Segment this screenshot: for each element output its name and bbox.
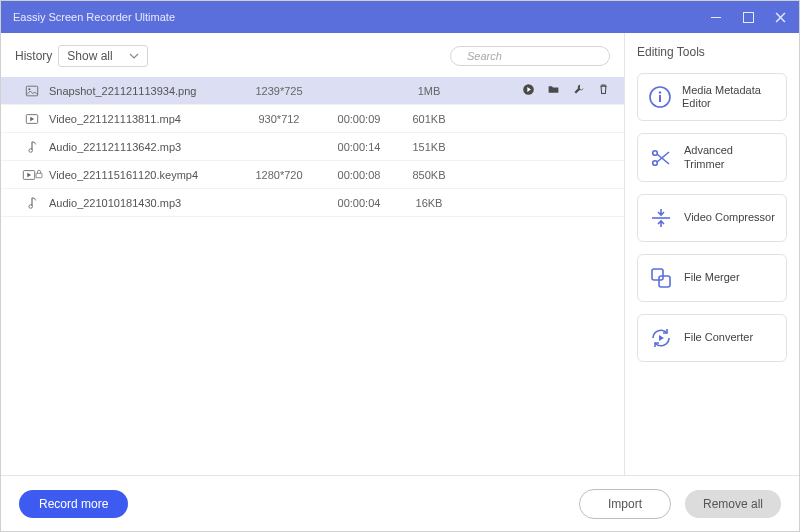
file-row[interactable]: Snapshot_221121113934.png1239*7251MB	[1, 77, 624, 105]
file-name: Video_221121113811.mp4	[49, 113, 239, 125]
tool-card-compress[interactable]: Video Compressor	[637, 194, 787, 242]
file-size: 1MB	[399, 85, 459, 97]
open-folder-button[interactable]	[547, 83, 560, 98]
svg-point-9	[29, 204, 33, 208]
video-lock-icon	[15, 168, 49, 182]
window-controls	[709, 10, 787, 24]
file-size: 16KB	[399, 197, 459, 209]
minimize-button[interactable]	[709, 10, 723, 24]
svg-rect-12	[659, 95, 661, 102]
history-filter-selected: Show all	[67, 49, 112, 63]
edit-button[interactable]	[572, 83, 585, 98]
file-duration: 00:00:09	[319, 113, 399, 125]
row-actions	[459, 83, 610, 98]
file-dimensions: 1280*720	[239, 169, 319, 181]
tool-card-scissors[interactable]: Advanced Trimmer	[637, 133, 787, 181]
svg-line-15	[657, 154, 669, 164]
image-icon	[15, 84, 49, 98]
file-duration: 00:00:08	[319, 169, 399, 181]
tool-card-merge[interactable]: File Merger	[637, 254, 787, 302]
play-button[interactable]	[522, 83, 535, 98]
file-name: Audio_221121113642.mp3	[49, 141, 239, 153]
editing-tools-panel: Editing Tools Media Metadata EditorAdvan…	[624, 33, 799, 475]
file-name: Audio_221010181430.mp3	[49, 197, 239, 209]
info-icon	[648, 84, 672, 110]
record-more-button[interactable]: Record more	[19, 490, 128, 518]
delete-button[interactable]	[597, 83, 610, 98]
svg-point-3	[28, 88, 30, 90]
search-input[interactable]	[467, 50, 605, 62]
svg-rect-19	[659, 276, 670, 287]
tool-label: File Merger	[684, 271, 740, 284]
video-icon	[15, 112, 49, 126]
titlebar: Eassiy Screen Recorder Ultimate	[1, 1, 799, 33]
import-button[interactable]: Import	[579, 489, 671, 519]
tool-card-convert[interactable]: File Converter	[637, 314, 787, 362]
footer: Record more Import Remove all	[1, 475, 799, 531]
tool-label: File Converter	[684, 331, 753, 344]
svg-rect-8	[36, 173, 42, 178]
tool-label: Media Metadata Editor	[682, 84, 776, 110]
file-row[interactable]: Audio_221121113642.mp300:00:14151KB	[1, 133, 624, 161]
file-size: 151KB	[399, 141, 459, 153]
file-name: Snapshot_221121113934.png	[49, 85, 239, 97]
svg-line-16	[657, 152, 669, 162]
svg-rect-18	[652, 269, 663, 280]
file-name: Video_221115161120.keymp4	[49, 169, 239, 181]
tool-card-info[interactable]: Media Metadata Editor	[637, 73, 787, 121]
file-size: 850KB	[399, 169, 459, 181]
tool-label: Video Compressor	[684, 211, 775, 224]
merge-icon	[648, 265, 674, 291]
convert-icon	[648, 325, 674, 351]
toolbar: History Show all	[1, 45, 624, 77]
editing-tools-title: Editing Tools	[637, 45, 787, 59]
svg-rect-2	[26, 86, 37, 96]
file-size: 601KB	[399, 113, 459, 125]
lock-icon	[33, 168, 45, 182]
remove-all-button[interactable]: Remove all	[685, 490, 781, 518]
tool-label: Advanced Trimmer	[684, 144, 776, 170]
audio-icon	[15, 196, 49, 210]
close-button[interactable]	[773, 10, 787, 24]
chevron-down-icon	[129, 53, 139, 59]
file-duration: 00:00:14	[319, 141, 399, 153]
svg-point-11	[659, 91, 661, 93]
editing-tools-list: Media Metadata EditorAdvanced TrimmerVid…	[637, 73, 787, 362]
window-title: Eassiy Screen Recorder Ultimate	[13, 11, 709, 23]
file-row[interactable]: Video_221121113811.mp4930*71200:00:09601…	[1, 105, 624, 133]
history-filter-dropdown[interactable]: Show all	[58, 45, 148, 67]
compress-icon	[648, 205, 674, 231]
file-dimensions: 1239*725	[239, 85, 319, 97]
svg-point-6	[29, 148, 33, 152]
file-duration: 00:00:04	[319, 197, 399, 209]
file-dimensions: 930*712	[239, 113, 319, 125]
maximize-button[interactable]	[741, 10, 755, 24]
file-list: Snapshot_221121113934.png1239*7251MBVide…	[1, 77, 624, 475]
file-row[interactable]: Video_221115161120.keymp41280*72000:00:0…	[1, 161, 624, 189]
file-row[interactable]: Audio_221010181430.mp300:00:0416KB	[1, 189, 624, 217]
scissors-icon	[648, 145, 674, 171]
search-box[interactable]	[450, 46, 610, 66]
audio-icon	[15, 140, 49, 154]
history-label: History	[15, 49, 52, 63]
